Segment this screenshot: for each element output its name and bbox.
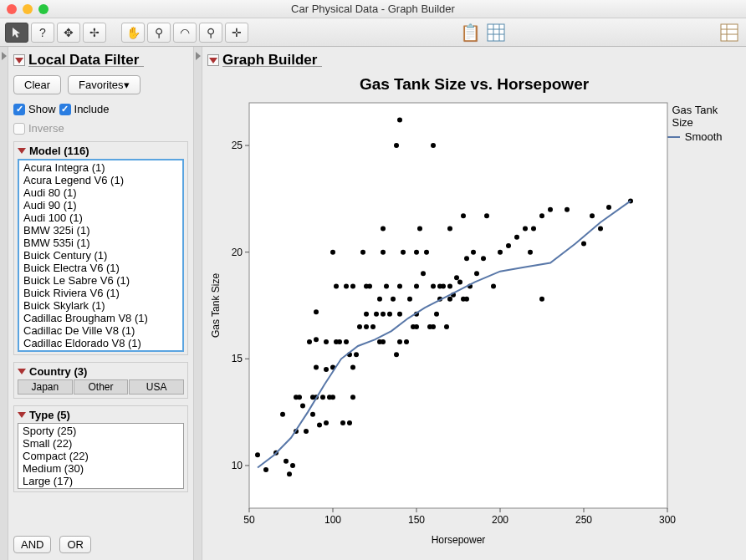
svg-point-77	[367, 284, 372, 289]
svg-point-49	[314, 337, 319, 342]
svg-point-51	[317, 422, 322, 427]
svg-point-42	[300, 403, 305, 408]
svg-point-32	[255, 452, 260, 457]
list-item[interactable]: Cadillac Eldorado V8 (1)	[22, 337, 180, 349]
plot-collapse-handle[interactable]	[194, 47, 202, 560]
list-item[interactable]: Buick Electra V6 (1)	[22, 262, 180, 274]
data-table-icon[interactable]	[484, 21, 508, 44]
country-button[interactable]: USA	[129, 379, 184, 395]
and-button[interactable]: AND	[13, 536, 51, 553]
list-item[interactable]: Cadillac Brougham V8 (1)	[22, 312, 180, 324]
svg-point-63	[340, 420, 345, 425]
type-list[interactable]: Sporty (25)Small (22)Compact (22)Medium …	[18, 423, 184, 489]
list-item[interactable]: BMW 535i (1)	[22, 237, 180, 249]
svg-point-35	[280, 412, 285, 417]
list-item[interactable]: BMW 325i (1)	[22, 224, 180, 237]
svg-point-84	[381, 250, 386, 255]
svg-point-137	[539, 297, 544, 302]
pan-tool-icon[interactable]: ✥	[57, 23, 80, 43]
table-right-icon[interactable]	[718, 21, 741, 44]
include-label: Include	[74, 103, 110, 115]
recall-icon[interactable]: 📋	[458, 21, 482, 44]
country-button[interactable]: Other	[74, 379, 129, 395]
minimize-window-icon[interactable]	[23, 4, 33, 14]
include-checkbox[interactable]: ✓	[59, 104, 71, 115]
svg-text:20: 20	[232, 247, 243, 258]
chevron-right-icon	[2, 52, 7, 60]
list-item[interactable]: Buick Riviera V6 (1)	[22, 287, 180, 299]
or-button[interactable]: OR	[59, 536, 91, 553]
main-toolbar: ? ✥ ✢ ✋ ⚲ ◠ ⚲ ✛ 📋	[0, 18, 746, 47]
svg-point-93	[397, 284, 402, 289]
clear-button[interactable]: Clear	[13, 75, 61, 94]
list-item[interactable]: Acura Legend V6 (1)	[22, 174, 180, 186]
local-data-filter-title: Local Data Filter	[28, 52, 139, 69]
scatter-plot[interactable]: 5010015020025030010152025HorsepowerGas T…	[207, 99, 676, 560]
svg-text:15: 15	[232, 353, 243, 364]
svg-point-94	[397, 117, 402, 122]
list-item[interactable]: Buick Le Sabre V6 (1)	[22, 274, 180, 287]
svg-point-113	[441, 284, 446, 289]
svg-point-136	[531, 227, 536, 232]
sidebar-collapse-handle[interactable]	[0, 47, 8, 560]
graph-builder-header[interactable]: Graph Builder	[207, 52, 741, 69]
country-button[interactable]: Japan	[18, 379, 73, 395]
svg-point-99	[414, 324, 419, 329]
local-data-filter-header[interactable]: Local Data Filter	[13, 52, 188, 69]
svg-point-74	[364, 324, 369, 329]
main-content: Local Data Filter Clear Favorites▾ ✓ Sho…	[0, 47, 746, 560]
zoom-window-icon[interactable]	[38, 4, 49, 14]
list-item[interactable]: Cadillac De Ville V8 (1)	[22, 324, 180, 337]
svg-text:100: 100	[324, 514, 341, 526]
svg-point-45	[310, 412, 315, 417]
svg-point-105	[424, 250, 429, 255]
list-item[interactable]: Buick Century (1)	[22, 249, 180, 262]
close-window-icon[interactable]	[7, 4, 17, 14]
svg-point-104	[421, 271, 426, 276]
list-item[interactable]: Small (22)	[21, 437, 181, 450]
favorites-button[interactable]: Favorites▾	[68, 75, 140, 94]
svg-point-61	[334, 284, 339, 289]
chart-title: Gas Tank Size vs. Horsepower	[207, 75, 741, 94]
list-item[interactable]: Buick Skylark (1)	[22, 299, 180, 312]
model-filter-header[interactable]: Model (116)	[18, 145, 184, 157]
zoom-tool-icon[interactable]: ⚲	[199, 23, 222, 43]
crosshair-tool-icon[interactable]: ✛	[225, 23, 248, 43]
local-data-filter-panel: Local Data Filter Clear Favorites▾ ✓ Sho…	[8, 47, 194, 560]
move-tool-icon[interactable]: ✢	[83, 23, 106, 43]
country-filter-header[interactable]: Country (3)	[18, 365, 184, 378]
disclosure-icon	[15, 58, 23, 64]
disclosure-icon	[18, 412, 26, 418]
list-item[interactable]: Audi 100 (1)	[22, 211, 180, 224]
list-item[interactable]: Large (17)	[21, 475, 181, 487]
list-item[interactable]: Audi 80 (1)	[22, 186, 180, 199]
svg-point-122	[461, 213, 466, 218]
svg-point-57	[330, 395, 335, 400]
lasso-tool-icon[interactable]: ◠	[173, 23, 197, 43]
list-item[interactable]: Medium (30)	[21, 462, 181, 475]
show-checkbox[interactable]: ✓	[13, 104, 25, 115]
svg-text:200: 200	[492, 514, 508, 526]
inverse-checkbox[interactable]	[13, 123, 25, 135]
graph-builder-panel: Graph Builder Gas Tank Size vs. Horsepow…	[202, 47, 746, 560]
list-item[interactable]: Sporty (25)	[21, 425, 181, 437]
svg-point-140	[565, 207, 570, 212]
svg-point-132	[506, 243, 511, 248]
svg-text:10: 10	[232, 460, 243, 471]
list-item[interactable]: Compact (22)	[21, 450, 181, 462]
svg-point-144	[606, 205, 611, 210]
svg-text:50: 50	[243, 514, 255, 526]
list-item[interactable]: Acura Integra (1)	[22, 161, 180, 174]
list-item[interactable]: Audi 90 (1)	[22, 199, 180, 211]
brush-tool-icon[interactable]: ⚲	[147, 23, 171, 43]
hand-tool-icon[interactable]: ✋	[121, 23, 145, 43]
svg-point-135	[528, 250, 533, 255]
traffic-lights	[7, 4, 49, 14]
type-filter-header[interactable]: Type (5)	[18, 409, 184, 421]
model-list[interactable]: Acura Integra (1)Acura Legend V6 (1)Audi…	[18, 159, 184, 352]
help-tool-icon[interactable]: ?	[31, 23, 54, 43]
svg-point-87	[387, 312, 392, 317]
svg-point-108	[431, 324, 436, 329]
arrow-tool-icon[interactable]	[5, 23, 28, 43]
chart-area[interactable]: 5010015020025030010152025HorsepowerGas T…	[207, 99, 741, 557]
